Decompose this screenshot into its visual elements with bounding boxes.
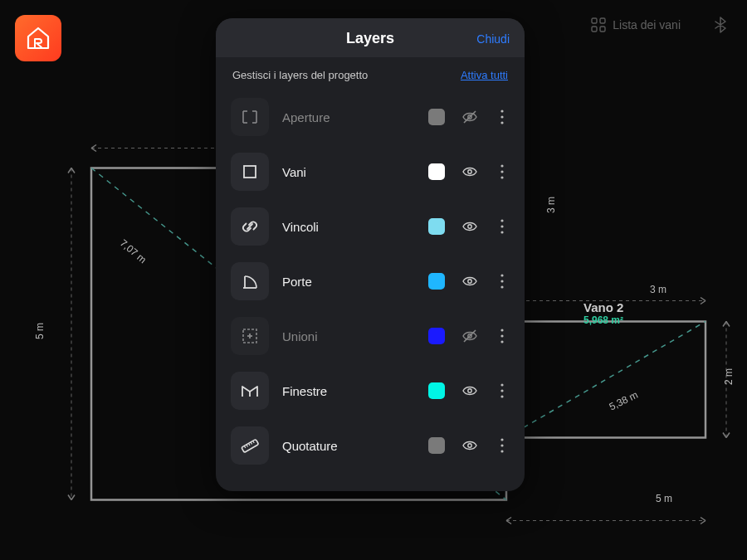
visibility-toggle[interactable] <box>458 273 481 290</box>
color-swatch[interactable] <box>428 382 445 399</box>
grid-icon <box>591 17 606 32</box>
house-r-icon <box>25 25 51 51</box>
dim-2m: 2 m <box>723 368 735 385</box>
diagonal-dim-2: 5,38 m <box>608 389 640 413</box>
dots-vertical-icon <box>500 109 505 125</box>
svg-rect-12 <box>592 27 597 32</box>
visibility-toggle[interactable] <box>458 163 481 180</box>
layer-name: Finestre <box>282 384 415 398</box>
visibility-toggle[interactable] <box>458 218 481 235</box>
layer-name: Porte <box>282 275 415 289</box>
svg-rect-1 <box>506 322 706 438</box>
eye-icon <box>461 218 478 235</box>
room-icon <box>240 162 260 182</box>
eye-off-icon <box>461 109 478 125</box>
layer-icon-box <box>231 153 269 191</box>
dim-3m-vertical: 3 m <box>545 197 557 213</box>
layer-icon-box <box>231 98 269 136</box>
room-area: 5,968 m² <box>583 314 623 326</box>
dim-5m-vertical: 5 m <box>34 323 46 339</box>
more-options-button[interactable] <box>495 163 510 180</box>
layer-icon-box <box>231 207 269 246</box>
modal-title: Layers <box>346 30 394 47</box>
color-swatch[interactable] <box>428 328 445 344</box>
more-options-button[interactable] <box>495 382 510 399</box>
dots-vertical-icon <box>500 163 505 180</box>
diagonal-dim-1: 7,07 m <box>118 237 149 265</box>
bluetooth-icon <box>714 17 727 33</box>
color-swatch[interactable] <box>428 163 445 180</box>
eye-icon <box>461 437 478 454</box>
color-swatch[interactable] <box>428 109 445 125</box>
svg-rect-11 <box>600 18 605 23</box>
visibility-toggle[interactable] <box>458 382 481 399</box>
layer-name: Vani <box>282 165 415 179</box>
dots-vertical-icon <box>500 273 505 290</box>
union-icon <box>240 326 260 346</box>
eye-icon <box>461 273 478 290</box>
color-swatch[interactable] <box>428 273 445 290</box>
link-icon <box>240 217 260 236</box>
layer-row[interactable]: Quotature <box>231 418 510 473</box>
dim-3m-top: 3 m <box>650 284 666 295</box>
close-button[interactable]: Chiudi <box>476 32 510 46</box>
app-icon[interactable] <box>15 15 61 61</box>
eye-icon <box>461 382 478 399</box>
more-options-button[interactable] <box>495 273 510 290</box>
visibility-toggle[interactable] <box>458 109 481 125</box>
aperture-icon <box>240 107 260 127</box>
visibility-toggle[interactable] <box>458 437 481 454</box>
layer-row[interactable]: Vincoli <box>231 199 510 254</box>
layer-icon-box <box>231 372 269 410</box>
dim-5m-bottom: 5 m <box>656 493 672 504</box>
more-options-button[interactable] <box>495 328 510 344</box>
room-list-label: Lista dei vani <box>613 18 681 32</box>
layer-list: Aperture Vani <box>216 90 525 491</box>
layer-name: Vincoli <box>282 220 415 234</box>
layer-row[interactable]: Unioni <box>231 309 510 363</box>
modal-subtitle: Gestisci i layers del progetto <box>232 69 368 81</box>
bluetooth-button[interactable] <box>706 12 735 38</box>
layer-row[interactable]: Finestre <box>231 363 510 418</box>
room-label: Vano 2 5,968 m² <box>583 300 623 326</box>
window-icon <box>240 381 260 401</box>
svg-rect-13 <box>600 27 605 32</box>
more-options-button[interactable] <box>495 437 510 454</box>
layer-row[interactable]: Porte <box>231 254 510 309</box>
measure-icon <box>240 436 260 455</box>
top-toolbar: Lista dei vani <box>583 12 735 38</box>
layer-row[interactable]: Aperture <box>231 90 510 144</box>
visibility-toggle[interactable] <box>458 328 481 344</box>
door-icon <box>240 271 260 291</box>
color-swatch[interactable] <box>428 218 445 235</box>
dots-vertical-icon <box>500 218 505 235</box>
dots-vertical-icon <box>500 382 505 399</box>
color-swatch[interactable] <box>428 437 445 454</box>
more-options-button[interactable] <box>495 109 510 125</box>
svg-rect-10 <box>592 18 597 23</box>
more-options-button[interactable] <box>495 218 510 235</box>
layer-icon-box <box>231 262 269 300</box>
activate-all-button[interactable]: Attiva tutti <box>461 69 508 81</box>
room-name: Vano 2 <box>583 300 623 314</box>
layer-icon-box <box>231 426 269 465</box>
layers-modal: Layers Chiudi Gestisci i layers del prog… <box>216 18 525 491</box>
layer-name: Unioni <box>282 329 415 343</box>
layer-row[interactable]: Vani <box>231 144 510 199</box>
modal-header: Layers Chiudi <box>216 18 525 57</box>
dots-vertical-icon <box>500 437 505 454</box>
room-list-button[interactable]: Lista dei vani <box>583 12 689 37</box>
layer-icon-box <box>231 317 269 355</box>
eye-off-icon <box>461 328 478 344</box>
modal-subheader: Gestisci i layers del progetto Attiva tu… <box>216 57 525 90</box>
dots-vertical-icon <box>500 328 505 344</box>
eye-icon <box>461 163 478 180</box>
layer-name: Aperture <box>282 110 415 124</box>
svg-line-3 <box>506 322 706 438</box>
layer-name: Quotature <box>282 439 415 453</box>
